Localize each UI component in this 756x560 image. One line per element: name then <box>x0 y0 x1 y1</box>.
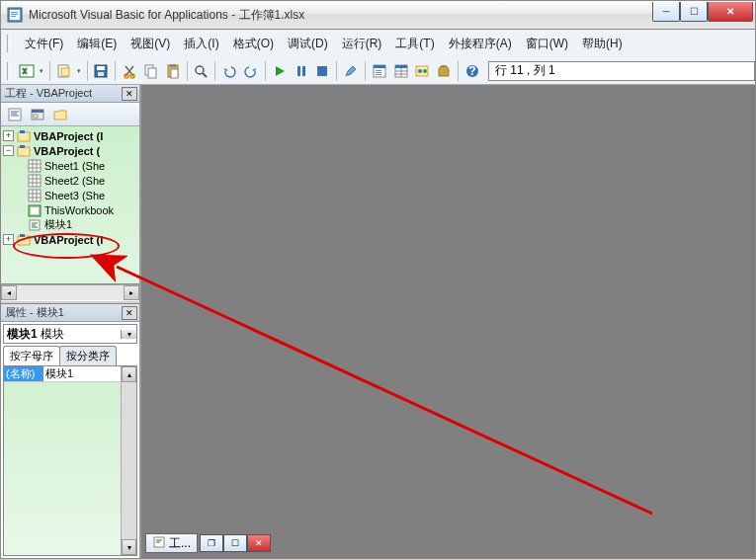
menu-format[interactable]: 格式(O) <box>227 34 280 54</box>
toggle-folders-button[interactable] <box>50 105 70 124</box>
help-button[interactable]: ? <box>462 60 482 82</box>
run-button[interactable] <box>270 60 290 82</box>
tree-node-vbaproject-1[interactable]: + VBAProject (I <box>1 128 139 143</box>
tree-node-vbaproject-2[interactable]: − VBAProject ( <box>1 143 139 158</box>
tree-node-sheet2[interactable]: Sheet2 (She <box>1 173 139 188</box>
project-panel-close-button[interactable]: ✕ <box>122 87 137 101</box>
menu-tools[interactable]: 工具(T) <box>389 34 440 54</box>
properties-object-combo[interactable]: 模块1 模块 ▾ <box>3 324 137 344</box>
svg-rect-72 <box>20 234 25 237</box>
expand-icon[interactable]: + <box>3 130 14 141</box>
scroll-down-button[interactable]: ▾ <box>122 539 136 555</box>
project-icon <box>16 144 32 158</box>
view-code-button[interactable] <box>5 105 25 124</box>
svg-rect-10 <box>98 72 104 76</box>
svg-rect-39 <box>9 109 21 120</box>
properties-vscrollbar[interactable]: ▴ ▾ <box>121 366 136 555</box>
menu-run[interactable]: 运行(R) <box>336 34 388 54</box>
collapse-icon[interactable]: − <box>3 145 14 156</box>
svg-rect-71 <box>18 236 30 245</box>
tree-node-sheet1[interactable]: Sheet1 (She <box>1 158 139 173</box>
menu-file[interactable]: 文件(F) <box>19 34 69 54</box>
svg-rect-26 <box>376 72 381 73</box>
properties-window-button[interactable] <box>391 60 411 82</box>
tree-node-thisworkbook[interactable]: ThisWorkbook <box>1 202 139 217</box>
design-mode-button[interactable] <box>341 60 361 82</box>
mdi-maximize-button[interactable]: ☐ <box>223 534 247 552</box>
svg-rect-14 <box>148 68 156 78</box>
svg-rect-46 <box>18 132 30 141</box>
menu-view[interactable]: 视图(V) <box>125 34 176 54</box>
tree-node-sheet3[interactable]: Sheet3 (She <box>1 188 139 202</box>
svg-rect-7 <box>61 68 69 76</box>
property-row-name[interactable]: (名称) 模块1 <box>4 366 136 382</box>
reset-button[interactable] <box>312 60 332 82</box>
svg-rect-9 <box>97 66 105 70</box>
scroll-left-button[interactable]: ◂ <box>1 285 17 300</box>
tree-node-vbaproject-3[interactable]: + VBAProject (I <box>1 232 139 247</box>
project-explorer-button[interactable] <box>370 60 389 82</box>
break-button[interactable] <box>292 60 311 82</box>
scroll-up-button[interactable]: ▴ <box>122 366 136 382</box>
svg-line-19 <box>203 73 207 77</box>
tree-node-module1[interactable]: 模块1 <box>1 217 139 232</box>
mdi-task-module1[interactable]: 工... <box>145 533 198 553</box>
svg-rect-48 <box>18 147 30 156</box>
cut-button[interactable] <box>120 60 139 82</box>
mdi-restore-button[interactable]: ❐ <box>200 534 223 552</box>
minimize-button[interactable]: ─ <box>652 2 680 22</box>
svg-text:?: ? <box>468 64 475 78</box>
menu-addins[interactable]: 外接程序(A) <box>443 34 518 54</box>
find-button[interactable] <box>192 60 211 82</box>
workspace: 工程 - VBAProject ✕ + VBAProject (I − VBAP… <box>0 85 756 559</box>
menu-window[interactable]: 窗口(W) <box>520 34 574 54</box>
worksheet-icon <box>27 189 42 202</box>
expand-icon[interactable]: + <box>3 234 14 245</box>
left-panel-column: 工程 - VBAProject ✕ + VBAProject (I − VBAP… <box>1 85 141 558</box>
properties-panel-body: 模块1 模块 ▾ 按字母序 按分类序 (名称) 模块1 ▴ ▾ <box>1 322 139 558</box>
close-button[interactable]: ✕ <box>708 2 753 22</box>
view-object-button[interactable] <box>28 105 47 124</box>
paste-button[interactable] <box>163 60 183 82</box>
tab-categorized[interactable]: 按分类序 <box>59 346 117 365</box>
undo-button[interactable] <box>219 60 239 82</box>
svg-rect-29 <box>395 65 407 68</box>
properties-grid[interactable]: (名称) 模块1 ▴ ▾ <box>3 365 137 556</box>
project-panel-header: 工程 - VBAProject ✕ <box>1 85 139 103</box>
object-browser-button[interactable] <box>413 60 433 82</box>
view-excel-dropdown[interactable]: ▾ <box>39 67 45 75</box>
scroll-track[interactable] <box>17 285 124 300</box>
save-button[interactable] <box>91 60 111 82</box>
project-panel-toolbar <box>1 103 139 126</box>
svg-point-12 <box>130 74 134 78</box>
cursor-position-text: 行 11 , 列 1 <box>495 62 555 79</box>
chevron-down-icon[interactable]: ▾ <box>121 330 136 339</box>
insert-module-dropdown[interactable]: ▾ <box>75 67 82 75</box>
svg-rect-17 <box>171 69 178 78</box>
toolbox-button[interactable] <box>434 60 454 82</box>
svg-point-34 <box>418 69 422 73</box>
project-tree[interactable]: + VBAProject (I − VBAProject ( Sheet1 (S… <box>1 126 139 284</box>
title-bar: Microsoft Visual Basic for Applications … <box>0 0 756 30</box>
svg-rect-49 <box>20 145 25 148</box>
menu-edit[interactable]: 编辑(E) <box>71 34 123 54</box>
menu-insert[interactable]: 插入(I) <box>178 34 224 54</box>
menu-help[interactable]: 帮助(H) <box>576 34 629 54</box>
toolbar-grip[interactable] <box>7 62 11 80</box>
project-tree-hscrollbar[interactable]: ◂ ▸ <box>1 284 139 300</box>
svg-rect-22 <box>317 66 327 76</box>
maximize-button[interactable]: ☐ <box>680 2 708 22</box>
properties-panel-close-button[interactable]: ✕ <box>122 306 137 320</box>
svg-rect-21 <box>302 66 305 76</box>
mdi-taskbar: 工... ❐ ☐ ✕ <box>145 532 271 554</box>
svg-point-11 <box>125 74 128 78</box>
view-excel-button[interactable] <box>17 60 37 82</box>
menubar-grip[interactable] <box>7 35 11 52</box>
mdi-close-button[interactable]: ✕ <box>247 534 271 552</box>
insert-module-button[interactable] <box>54 60 74 82</box>
scroll-right-button[interactable]: ▸ <box>124 285 139 300</box>
redo-button[interactable] <box>241 60 261 82</box>
copy-button[interactable] <box>141 60 161 82</box>
menu-debug[interactable]: 调试(D) <box>282 34 334 54</box>
tab-alphabetic[interactable]: 按字母序 <box>3 346 60 365</box>
